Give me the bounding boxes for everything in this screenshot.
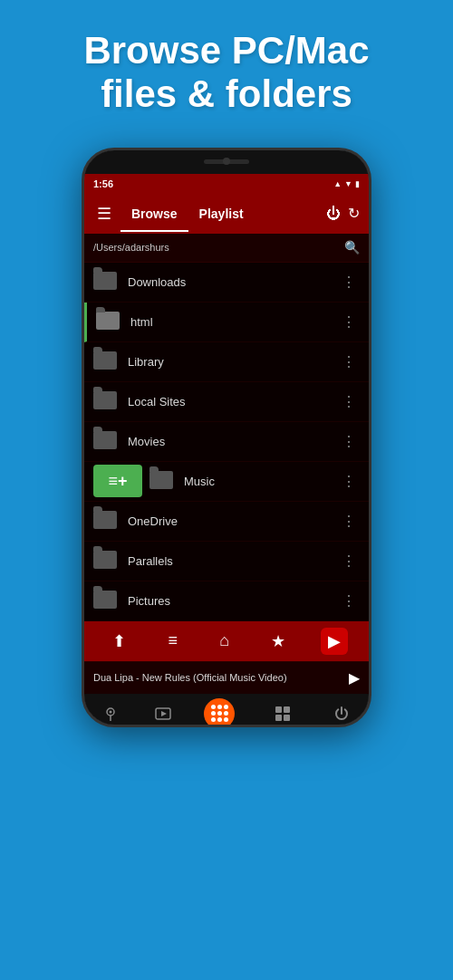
svg-rect-7 xyxy=(284,715,290,721)
input-icon xyxy=(100,703,121,725)
folder-icon-onedrive xyxy=(93,511,119,531)
folder-icon-pictures xyxy=(93,591,119,610)
svg-rect-5 xyxy=(284,706,290,713)
nav-item-media[interactable]: Media xyxy=(151,703,174,727)
more-icon-pictures[interactable]: ⋮ xyxy=(338,589,360,613)
battery-icon: ▮ xyxy=(355,179,360,188)
path-bar: /Users/adarshurs 🔍 xyxy=(84,234,369,263)
media-icon xyxy=(152,703,174,725)
folder-icon-local-sites xyxy=(93,391,119,411)
status-icons: ▲ ▼ ▮ xyxy=(333,179,360,188)
file-item-music[interactable]: ≡+ Music ⋮ xyxy=(84,462,369,502)
app-bar: ☰ Browse Playlist ⏻ ↻ xyxy=(84,194,369,234)
tab-browse[interactable]: Browse xyxy=(120,203,188,225)
nav-label-input: Input xyxy=(101,726,120,727)
add-button[interactable]: ≡+ xyxy=(93,465,142,497)
power-nav-icon xyxy=(331,703,352,725)
file-item-html[interactable]: html ⋮ xyxy=(84,303,369,342)
list-button[interactable]: ≡ xyxy=(160,628,185,654)
nav-item-q-actions[interactable]: Q actions xyxy=(265,703,300,727)
add-icon: ≡+ xyxy=(108,472,127,491)
hero-line2: files & folders xyxy=(36,72,417,116)
more-icon-music[interactable]: ⋮ xyxy=(338,469,360,494)
menu-icon[interactable]: ☰ xyxy=(93,200,115,227)
now-playing-text: Dua Lipa - New Rules (Official Music Vid… xyxy=(93,672,287,683)
phone-top-bar xyxy=(84,150,369,174)
now-playing: Dua Lipa - New Rules (Official Music Vid… xyxy=(84,661,369,694)
file-name-downloads: Downloads xyxy=(128,275,338,289)
file-name-html: html xyxy=(130,315,338,329)
nav-item-vlc[interactable]: VLC xyxy=(204,698,235,727)
power-icon[interactable]: ⏻ xyxy=(326,206,341,222)
vlc-icon xyxy=(204,698,235,727)
more-icon-parallels[interactable]: ⋮ xyxy=(338,549,360,573)
upload-button[interactable]: ⬆ xyxy=(105,628,133,655)
file-name-onedrive: OneDrive xyxy=(128,514,338,528)
folder-icon-movies xyxy=(93,431,119,451)
bottom-nav: Input Media xyxy=(84,694,369,727)
star-button[interactable]: ★ xyxy=(264,628,293,655)
file-name-pictures: Pictures xyxy=(128,594,338,608)
file-name-music: Music xyxy=(184,475,338,488)
status-bar: 1:56 ▲ ▼ ▮ xyxy=(84,174,369,194)
home-button[interactable]: ⌂ xyxy=(212,628,236,654)
more-icon-movies[interactable]: ⋮ xyxy=(338,429,360,454)
refresh-icon[interactable]: ↻ xyxy=(348,205,360,222)
phone: 1:56 ▲ ▼ ▮ ☰ Browse Playlist ⏻ ↻ /Users/… xyxy=(82,148,371,727)
folder-icon-library xyxy=(93,351,119,371)
wifi-icon: ▼ xyxy=(344,179,352,188)
more-icon-local-sites[interactable]: ⋮ xyxy=(338,389,360,414)
file-name-parallels: Parallels xyxy=(128,554,338,568)
hero-line1: Browse PC/Mac xyxy=(36,29,417,72)
vlc-dots xyxy=(211,705,228,722)
more-icon-html[interactable]: ⋮ xyxy=(338,310,360,334)
folder-icon xyxy=(93,272,119,292)
phone-wrapper: 1:56 ▲ ▼ ▮ ☰ Browse Playlist ⏻ ↻ /Users/… xyxy=(0,139,453,727)
file-item-downloads[interactable]: Downloads ⋮ xyxy=(84,263,369,303)
file-item-local-sites[interactable]: Local Sites ⋮ xyxy=(84,382,369,422)
file-item-library[interactable]: Library ⋮ xyxy=(84,342,369,382)
nav-label-q-actions: Q actions xyxy=(265,726,300,727)
app-bar-tabs: Browse Playlist xyxy=(120,203,321,225)
file-item-pictures[interactable]: Pictures ⋮ xyxy=(84,581,369,621)
folder-icon-parallels xyxy=(93,551,119,571)
more-icon-library[interactable]: ⋮ xyxy=(338,350,360,374)
file-item-onedrive[interactable]: OneDrive ⋮ xyxy=(84,502,369,542)
app-bar-actions: ⏻ ↻ xyxy=(326,205,360,222)
nav-item-power[interactable]: Power xyxy=(331,703,354,727)
file-list: Downloads ⋮ html ⋮ Library ⋮ xyxy=(84,263,369,621)
folder-icon-html xyxy=(96,312,121,331)
file-name-library: Library xyxy=(128,355,338,369)
file-item-parallels[interactable]: Parallels ⋮ xyxy=(84,542,369,581)
folder-icon-music xyxy=(149,471,175,491)
svg-rect-6 xyxy=(275,715,282,721)
youtube-button[interactable]: ▶ xyxy=(321,628,348,655)
q-actions-icon xyxy=(272,703,294,725)
nav-label-media: Media xyxy=(151,726,174,727)
status-time: 1:56 xyxy=(93,178,113,189)
file-name-movies: Movies xyxy=(128,435,338,448)
nav-item-input[interactable]: Input xyxy=(100,703,121,727)
phone-camera xyxy=(223,158,230,165)
tab-playlist[interactable]: Playlist xyxy=(188,203,255,225)
more-icon-onedrive[interactable]: ⋮ xyxy=(338,509,360,533)
file-name-local-sites: Local Sites xyxy=(128,395,338,408)
signal-icon: ▲ xyxy=(333,179,342,188)
bottom-toolbar: ⬆ ≡ ⌂ ★ ▶ xyxy=(84,621,369,661)
file-item-movies[interactable]: Movies ⋮ xyxy=(84,422,369,462)
hero-text: Browse PC/Mac files & folders xyxy=(0,0,453,139)
more-icon-downloads[interactable]: ⋮ xyxy=(338,270,360,294)
nav-label-power: Power xyxy=(331,726,354,727)
path-text: /Users/adarshurs xyxy=(93,242,169,253)
play-icon[interactable]: ▶ xyxy=(349,669,360,687)
search-icon[interactable]: 🔍 xyxy=(344,240,360,255)
svg-point-1 xyxy=(109,710,111,713)
svg-rect-4 xyxy=(275,706,282,713)
